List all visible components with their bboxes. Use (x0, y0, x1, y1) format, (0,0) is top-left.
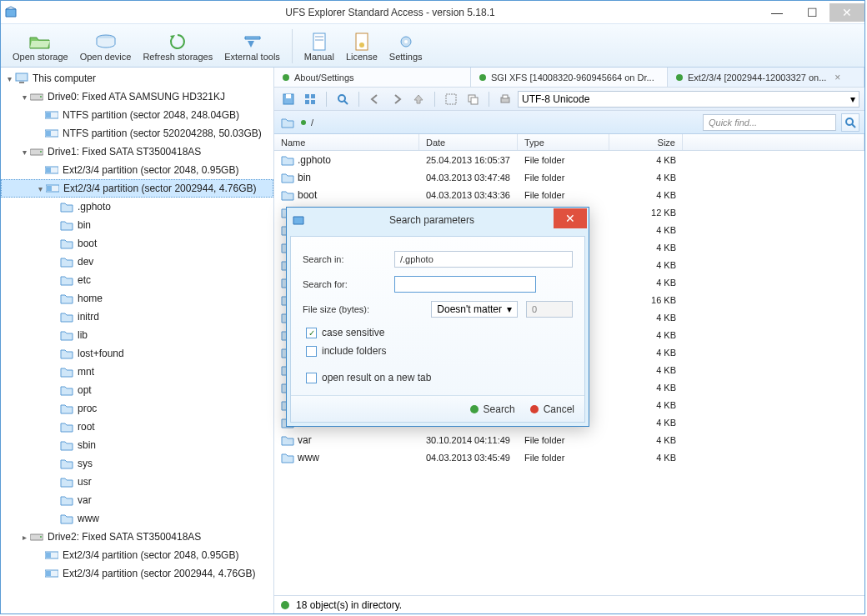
minimize-button[interactable]: — (759, 3, 794, 22)
col-name[interactable]: Name (274, 134, 419, 150)
col-date[interactable]: Date (419, 134, 518, 150)
tree-root[interactable]: ▾ This computer (1, 69, 273, 88)
settings-button[interactable]: Settings (384, 26, 428, 67)
folder-icon (59, 236, 74, 251)
tree-folder-item[interactable]: mnt (1, 363, 273, 381)
status-dot-icon (283, 74, 289, 81)
storage-tree[interactable]: ▾ This computer ▾ Drive0: Fixed ATA SAMS… (1, 68, 274, 613)
tree-drive2[interactable]: ▸ Drive2: Fixed SATA ST3500418AS (1, 528, 273, 546)
tab[interactable]: SGI XFS [14008320-960945664 on Dr... (471, 68, 668, 87)
cancel-button[interactable]: Cancel (530, 403, 574, 415)
maximize-button[interactable]: ☐ (794, 3, 829, 22)
dialog-close-button[interactable]: ✕ (554, 208, 587, 228)
svg-line-35 (344, 101, 348, 104)
tree-d0p0[interactable]: NTFS partition (sector 2048, 248.04GB) (1, 106, 273, 124)
green-dot-icon (470, 405, 479, 413)
list-item[interactable]: var30.10.2014 04:11:49File folder4 KB (274, 431, 864, 448)
up-icon[interactable] (409, 90, 428, 108)
svg-rect-21 (47, 186, 52, 191)
close-button[interactable]: ✕ (829, 3, 864, 22)
expand-icon[interactable]: ▾ (4, 74, 14, 83)
tab-label: SGI XFS [14008320-960945664 on Dr... (491, 73, 654, 83)
tree-folder-item[interactable]: lib (1, 326, 273, 344)
quick-find-input[interactable]: Quick find... (703, 114, 836, 131)
folder-icon (59, 493, 74, 508)
tree-folder-item[interactable]: initrd (1, 308, 273, 326)
copy-icon[interactable] (464, 90, 482, 108)
tree-d2p0[interactable]: Ext2/3/4 partition (sector 2048, 0.95GB) (1, 546, 273, 564)
tree-folder-item[interactable]: opt (1, 381, 273, 399)
tree-folder-item[interactable]: var (1, 491, 273, 509)
expand-icon[interactable]: ▾ (19, 148, 29, 157)
svg-point-23 (40, 536, 42, 538)
tree-folder-item[interactable]: sbin (1, 436, 273, 454)
search-in-input[interactable]: /.gphoto (394, 251, 573, 268)
tree-d1p1-selected[interactable]: ▾ Ext2/3/4 partition (sector 2002944, 4.… (1, 179, 273, 198)
partition-icon (44, 126, 59, 141)
filesize-mode-select[interactable]: Doesn't matter▾ (431, 301, 518, 318)
col-size[interactable]: Size (609, 134, 683, 150)
encoding-select[interactable]: UTF-8 Unicode ▾ (518, 91, 859, 108)
tree-folder-item[interactable]: dev (1, 253, 273, 271)
folder-icon[interactable] (279, 114, 296, 131)
case-sensitive-checkbox[interactable]: case sensitive (303, 323, 573, 342)
license-button[interactable]: License (341, 26, 383, 67)
expand-icon[interactable]: ▸ (19, 533, 29, 542)
open-new-tab-checkbox[interactable]: open result on a new tab (303, 368, 573, 387)
open-storage-button[interactable]: Open storage (8, 26, 73, 67)
tree-folder-item[interactable]: bin (1, 216, 273, 234)
folder-icon (59, 218, 74, 233)
tree-drive1[interactable]: ▾ Drive1: Fixed SATA ST3500418AS (1, 143, 273, 161)
tree-folder-item[interactable]: lost+found (1, 344, 273, 363)
folder-icon (59, 254, 74, 269)
forward-icon[interactable] (388, 90, 406, 108)
tree-folder-item[interactable]: www (1, 509, 273, 528)
filesize-value-input[interactable]: 0 (526, 301, 573, 318)
license-icon (350, 32, 373, 52)
separator (358, 92, 359, 107)
dialog-titlebar[interactable]: Search parameters ✕ (287, 208, 589, 233)
col-type[interactable]: Type (518, 134, 609, 150)
expand-icon[interactable]: ▾ (19, 93, 29, 102)
tree-d0p1[interactable]: NTFS partition (sector 520204288, 50.03G… (1, 124, 273, 143)
tree-d1p0[interactable]: Ext2/3/4 partition (sector 2048, 0.95GB) (1, 161, 273, 179)
manual-button[interactable]: Manual (299, 26, 339, 67)
search-for-input[interactable] (394, 276, 536, 293)
refresh-storages-button[interactable]: Refresh storages (138, 26, 218, 67)
list-item[interactable]: www04.03.2013 03:45:49File folder4 KB (274, 448, 864, 466)
tab[interactable]: About/Settings (274, 68, 471, 87)
select-all-icon[interactable] (442, 90, 460, 108)
tree-folder-item[interactable]: boot (1, 234, 273, 253)
svg-point-7 (404, 40, 408, 43)
list-item[interactable]: bin04.03.2013 03:47:48File folder4 KB (274, 168, 864, 186)
tab-close-icon[interactable]: × (831, 72, 844, 83)
tree-folder-item[interactable]: proc (1, 399, 273, 418)
external-tools-button[interactable]: External tools (219, 26, 285, 67)
expand-icon[interactable]: ▾ (35, 184, 45, 193)
include-folders-checkbox[interactable]: include folders (303, 342, 573, 360)
view-mode-icon[interactable] (301, 90, 319, 108)
back-icon[interactable] (366, 90, 384, 108)
print-icon[interactable] (496, 90, 514, 108)
iconbar: UTF-8 Unicode ▾ (274, 88, 864, 111)
tree-folder-item[interactable]: .gphoto (1, 198, 273, 216)
tab-label: Ext2/3/4 [2002944-12003327 on... (688, 73, 826, 83)
list-item[interactable]: .gphoto25.04.2013 16:05:37File folder4 K… (274, 151, 864, 168)
tree-folder-item[interactable]: home (1, 289, 273, 308)
tree-drive0[interactable]: ▾ Drive0: Fixed ATA SAMSUNG HD321KJ (1, 88, 273, 106)
tree-folder-item[interactable]: sys (1, 454, 273, 473)
tree-folder-item[interactable]: root (1, 418, 273, 436)
tree-folder-item[interactable]: etc (1, 271, 273, 289)
tree-folder-item[interactable]: usr (1, 473, 273, 491)
svg-point-11 (40, 96, 42, 98)
save-icon[interactable] (279, 90, 298, 108)
tree-d2p1[interactable]: Ext2/3/4 partition (sector 2002944, 4.76… (1, 564, 273, 583)
folder-icon (59, 273, 74, 288)
list-item[interactable]: boot04.03.2013 03:43:36File folder4 KB (274, 186, 864, 203)
tab[interactable]: Ext2/3/4 [2002944-12003327 on...× (668, 68, 864, 87)
search-icon[interactable] (333, 90, 352, 108)
quick-find-button[interactable] (841, 113, 859, 132)
folder-icon (59, 474, 74, 489)
search-button[interactable]: Search (470, 403, 515, 415)
open-device-button[interactable]: Open device (75, 26, 137, 67)
